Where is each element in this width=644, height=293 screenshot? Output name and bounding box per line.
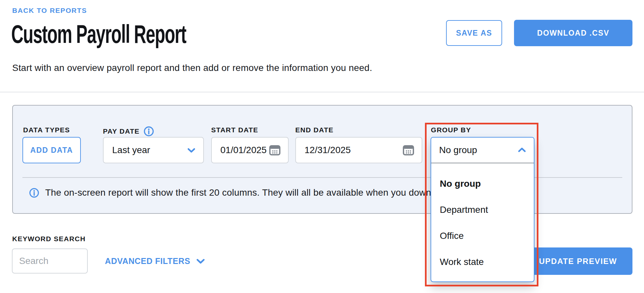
pay-date-value: Last year	[112, 145, 150, 155]
data-types-label: DATA TYPES	[23, 126, 70, 134]
search-input[interactable]	[12, 248, 88, 274]
section-divider	[0, 92, 644, 92]
start-date-input[interactable]: 01/01/2025	[211, 137, 289, 163]
info-icon	[29, 188, 39, 198]
group-by-select[interactable]: No group	[431, 138, 534, 163]
chevron-down-icon	[187, 146, 196, 155]
pay-date-select[interactable]: Last year	[103, 137, 204, 163]
info-note-text: The on-screen report will show the first…	[45, 187, 431, 198]
back-to-reports-link[interactable]: BACK TO REPORTS	[12, 7, 87, 15]
update-preview-button[interactable]: UPDATE PREVIEW	[524, 247, 632, 275]
group-by-value: No group	[439, 145, 477, 155]
start-date-label: START DATE	[211, 126, 258, 134]
end-date-value: 12/31/2025	[305, 145, 351, 155]
download-csv-button[interactable]: DOWNLOAD .CSV	[514, 20, 632, 46]
pay-date-label: PAY DATE	[103, 126, 154, 137]
group-by-combobox: No group No group Department Office Work…	[431, 137, 534, 282]
start-date-value: 01/01/2025	[220, 145, 267, 155]
end-date-label: END DATE	[295, 126, 334, 134]
page-title: Custom Payroll Report	[11, 19, 186, 49]
end-date-input[interactable]: 12/31/2025	[295, 137, 422, 163]
save-as-button[interactable]: SAVE AS	[446, 20, 502, 46]
menu-item-department[interactable]: Department	[431, 197, 534, 223]
menu-item-office[interactable]: Office	[431, 223, 534, 249]
advanced-filters-toggle[interactable]: ADVANCED FILTERS	[105, 256, 206, 266]
add-data-button[interactable]: ADD DATA	[22, 137, 81, 163]
menu-item-work-state[interactable]: Work state	[431, 249, 534, 275]
calendar-icon[interactable]	[269, 144, 281, 156]
keyword-search-label: KEYWORD SEARCH	[12, 235, 85, 243]
menu-item-no-group[interactable]: No group	[431, 171, 534, 197]
info-icon[interactable]	[144, 126, 154, 137]
pay-date-label-text: PAY DATE	[103, 127, 140, 135]
group-by-label: GROUP BY	[431, 126, 471, 134]
calendar-icon[interactable]	[402, 144, 414, 156]
page-subtitle: Start with an overview payroll report an…	[12, 63, 372, 73]
chevron-up-icon	[517, 146, 527, 155]
chevron-down-icon	[196, 256, 206, 266]
group-by-menu: No group Department Office Work state	[431, 163, 534, 281]
info-note: The on-screen report will show the first…	[29, 187, 431, 198]
advanced-filters-label: ADVANCED FILTERS	[105, 256, 190, 266]
